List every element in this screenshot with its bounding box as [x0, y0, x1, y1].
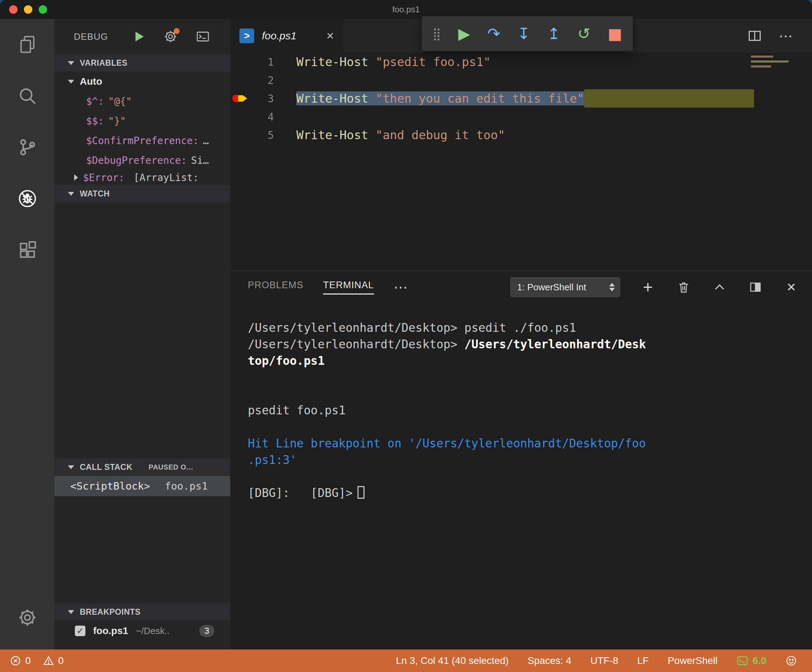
error-count[interactable]: 0	[10, 655, 31, 666]
variables-section-header[interactable]: VARIABLES	[55, 54, 230, 72]
step-out-button[interactable]: ↥	[547, 26, 560, 41]
terminal-command: /Users/tylerleonhardt/Desk	[464, 338, 646, 351]
minimize-window-button[interactable]	[24, 5, 32, 14]
watch-section-header[interactable]: WATCH	[55, 185, 230, 203]
breakpoint-checkbox[interactable]: ✓	[75, 626, 85, 636]
chevron-down-icon	[68, 610, 74, 614]
tab-foo-ps1[interactable]: > foo.ps1 ✕	[230, 19, 343, 53]
tab-terminal[interactable]: TERMINAL	[323, 280, 374, 295]
error-icon	[10, 655, 21, 666]
minimap[interactable]	[751, 56, 790, 70]
variable-row[interactable]: $$: "}"	[55, 111, 230, 131]
step-into-button[interactable]: ↧	[517, 26, 531, 41]
chevron-down-icon	[68, 80, 74, 84]
debug-prompt: [DBG]: [DBG]>	[248, 486, 353, 500]
warning-count[interactable]: 0	[43, 655, 64, 666]
window-controls	[9, 0, 47, 19]
terminal-select[interactable]: 1: PowerShell Int	[510, 277, 620, 297]
warning-icon	[43, 655, 54, 666]
extensions-icon[interactable]	[0, 224, 55, 276]
explorer-icon[interactable]	[0, 19, 55, 70]
eol-sequence[interactable]: LF	[637, 655, 649, 666]
call-stack-section-header[interactable]: CALL STACK PAUSED O…	[55, 458, 230, 476]
vscode-window: foo.ps1	[0, 0, 812, 672]
debug-configure-gear-icon[interactable]	[164, 29, 177, 44]
tab-close-icon[interactable]: ✕	[326, 30, 334, 42]
new-terminal-icon[interactable]: +	[640, 279, 656, 295]
split-editor-icon[interactable]	[747, 28, 763, 44]
line-number: 3	[252, 92, 274, 105]
variable-row-error[interactable]: $Error: [ArrayList:	[55, 170, 230, 185]
language-mode[interactable]: PowerShell	[667, 655, 717, 666]
debug-icon[interactable]	[0, 173, 55, 224]
terminal-output[interactable]: /Users/tylerleonhardt/Desktop>psedit ./f…	[230, 303, 812, 501]
code-line-4[interactable]: 4	[230, 107, 812, 126]
window-title: foo.ps1	[392, 5, 420, 14]
variable-row[interactable]: $DebugPreference: Si…	[55, 150, 230, 170]
breakpoint-line-badge: 3	[199, 625, 215, 637]
code-line-2[interactable]: 2	[230, 71, 812, 89]
activity-bar	[0, 19, 55, 650]
debug-toolbar: ⣿ ▶ ↷ ↧ ↥ ↺ ■	[422, 16, 633, 51]
configure-notification-dot	[174, 28, 180, 34]
kill-terminal-trash-icon[interactable]	[676, 279, 692, 295]
start-debug-icon[interactable]	[133, 31, 145, 43]
breakpoint-current-line-icon[interactable]	[231, 91, 251, 106]
variables-scope-auto[interactable]: Auto	[55, 72, 230, 91]
chevron-down-icon	[68, 466, 74, 469]
code-line-3[interactable]: 3 Write-Host "then you can edit this fil…	[230, 89, 812, 107]
terminal-cursor	[358, 486, 365, 499]
settings-gear-icon[interactable]	[0, 592, 55, 643]
tab-problems[interactable]: PROBLEMS	[248, 280, 304, 295]
chevron-down-icon	[68, 192, 74, 196]
drag-handle-icon[interactable]: ⣿	[432, 27, 441, 41]
title-bar[interactable]: foo.ps1	[0, 0, 812, 19]
encoding[interactable]: UTF-8	[590, 655, 618, 666]
powershell-file-icon: >	[239, 29, 254, 43]
paused-status-text: PAUSED O…	[149, 463, 193, 471]
powershell-session-icon	[737, 655, 748, 667]
terminal-command: psedit ./foo.ps1	[464, 321, 576, 334]
continue-button[interactable]: ▶	[458, 26, 470, 41]
chevron-right-icon	[74, 174, 78, 181]
maximize-panel-chevron-icon[interactable]	[711, 279, 728, 295]
source-control-icon[interactable]	[0, 122, 55, 173]
indentation[interactable]: Spaces: 4	[528, 655, 571, 666]
line-number: 5	[252, 129, 274, 141]
search-icon[interactable]	[0, 70, 55, 122]
breakpoint-hit-message: Hit Line breakpoint on '/Users/tylerleon…	[248, 437, 646, 450]
cursor-position[interactable]: Ln 3, Col 41 (40 selected)	[396, 655, 508, 666]
editor-group: > foo.ps1 ✕ ⋯ 1 Write-Host "psedit foo.p…	[230, 19, 812, 650]
close-window-button[interactable]	[9, 5, 17, 14]
panel-header: PROBLEMS TERMINAL ⋯ 1: PowerShell Int +	[230, 271, 812, 303]
code-line-1[interactable]: 1 Write-Host "psedit foo.ps1"	[230, 53, 812, 71]
status-bar: 0 0 Ln 3, Col 41 (40 selected) Spaces: 4…	[0, 650, 812, 672]
code-editor[interactable]: 1 Write-Host "psedit foo.ps1" 2 3	[230, 53, 812, 271]
restart-button[interactable]: ↺	[578, 26, 590, 41]
line-number: 2	[252, 74, 274, 87]
call-stack-frame-row[interactable]: <ScriptBlock> foo.ps1	[55, 476, 230, 496]
move-panel-icon[interactable]	[747, 279, 764, 295]
breakpoint-hit-message-wrap: .ps1:3'	[248, 453, 297, 467]
debug-console-icon[interactable]	[196, 29, 210, 44]
editor-more-actions-icon[interactable]: ⋯	[779, 28, 793, 44]
feedback-smiley-icon[interactable]	[785, 655, 797, 667]
variable-row[interactable]: $^: "@{"	[55, 91, 230, 111]
zoom-window-button[interactable]	[39, 5, 47, 14]
breakpoint-row[interactable]: ✓ foo.ps1 ~/Desk.. 3	[55, 621, 230, 641]
code-line-5[interactable]: 5 Write-Host "and debug it too"	[230, 126, 812, 144]
line-number: 1	[252, 56, 274, 68]
bottom-panel: PROBLEMS TERMINAL ⋯ 1: PowerShell Int +	[230, 271, 812, 650]
panel-more-tabs-icon[interactable]: ⋯	[394, 279, 408, 295]
stop-button[interactable]: ■	[607, 26, 622, 41]
close-panel-icon[interactable]: ✕	[783, 279, 799, 295]
step-over-button[interactable]: ↷	[487, 26, 500, 41]
variable-row[interactable]: $ConfirmPreference: …	[55, 131, 230, 150]
breakpoints-section-header[interactable]: BREAKPOINTS	[55, 603, 230, 621]
chevron-down-icon	[68, 61, 74, 65]
line-number: 4	[252, 111, 274, 123]
terminal-select-spinner	[607, 283, 617, 292]
terminal-command-wrap: top/foo.ps1	[248, 354, 325, 368]
debug-sidebar: DEBUG	[55, 19, 230, 650]
powershell-session-version[interactable]: 6.0	[737, 655, 766, 667]
